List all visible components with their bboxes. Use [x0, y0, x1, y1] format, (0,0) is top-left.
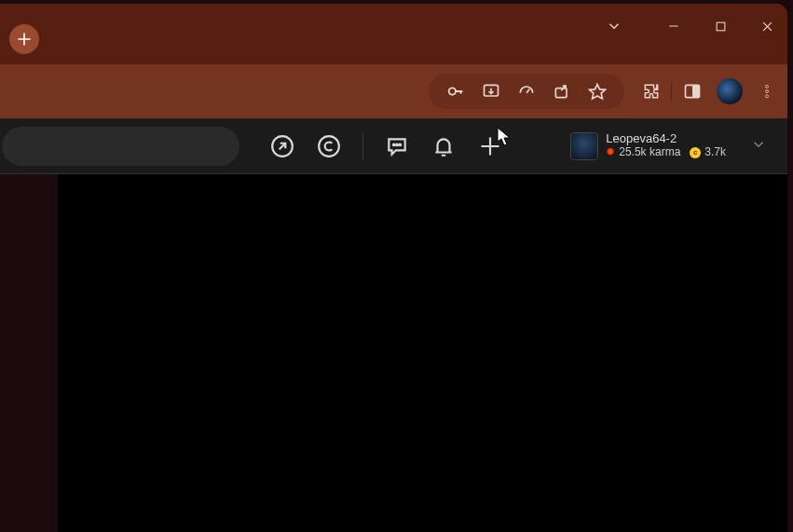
- panel-icon: [683, 82, 702, 101]
- coins-value: 3.7k: [704, 146, 726, 159]
- svg-point-20: [766, 95, 769, 98]
- key-icon: [445, 81, 466, 102]
- browser-toolbar: [0, 64, 787, 118]
- extensions-button[interactable]: [641, 81, 662, 102]
- puzzle-icon: [642, 82, 661, 101]
- user-stats: ✹ 25.5k karma c 3.7k: [606, 146, 726, 159]
- page-background: [0, 174, 787, 532]
- chevron-down-icon: [606, 18, 622, 34]
- star-icon: [588, 82, 607, 101]
- arrow-up-right-circle-icon: [270, 134, 294, 158]
- plus-icon: [16, 31, 33, 48]
- notifications-button[interactable]: [431, 133, 457, 159]
- chrome-menu-button[interactable]: [756, 80, 778, 102]
- dots-vertical-icon: [759, 83, 775, 100]
- chat-button[interactable]: [384, 133, 410, 159]
- close-button[interactable]: [754, 13, 780, 39]
- svg-line-11: [526, 89, 529, 93]
- toolbar-divider: [671, 81, 672, 102]
- svg-point-23: [319, 136, 339, 157]
- coin-icon: c: [690, 147, 701, 158]
- site-header: Leopeva64-2 ✹ 25.5k karma c 3.7k: [0, 118, 787, 174]
- plus-icon: [478, 134, 502, 158]
- maximize-icon: [715, 20, 727, 33]
- svg-point-26: [399, 143, 401, 145]
- maximize-button[interactable]: [707, 13, 733, 39]
- svg-marker-14: [590, 85, 606, 99]
- chevron-down-icon: [750, 136, 767, 153]
- chat-icon: [385, 134, 409, 158]
- gauge-icon: [517, 82, 536, 101]
- password-manager-button[interactable]: [445, 81, 466, 102]
- content-area: [58, 174, 787, 532]
- username-label: Leopeva64-2: [606, 132, 726, 146]
- user-expand-icon: [750, 136, 767, 157]
- popular-button[interactable]: [269, 133, 295, 159]
- install-icon: [482, 82, 500, 101]
- create-post-button[interactable]: [477, 133, 503, 159]
- svg-rect-3: [717, 22, 725, 31]
- side-panel-button[interactable]: [681, 80, 704, 102]
- minimize-button[interactable]: [661, 13, 687, 39]
- coin-button[interactable]: [316, 133, 342, 159]
- bell-icon: [431, 134, 456, 158]
- share-button[interactable]: [552, 81, 572, 102]
- close-icon: [760, 20, 774, 34]
- svg-point-6: [449, 88, 456, 94]
- svg-rect-17: [693, 85, 700, 97]
- karma-icon: ✹: [606, 146, 615, 159]
- user-avatar: [570, 132, 598, 160]
- performance-button[interactable]: [516, 81, 537, 102]
- svg-point-25: [396, 143, 398, 145]
- user-menu-button[interactable]: Leopeva64-2 ✹ 25.5k karma c 3.7k: [561, 129, 776, 164]
- svg-point-19: [766, 90, 769, 93]
- header-divider: [362, 132, 363, 160]
- minimize-icon: [667, 20, 680, 33]
- search-input[interactable]: [2, 127, 239, 166]
- profile-button[interactable]: [717, 78, 743, 104]
- new-tab-button[interactable]: [9, 24, 39, 54]
- svg-point-24: [393, 143, 395, 145]
- install-app-button[interactable]: [481, 81, 501, 102]
- tab-strip: [0, 4, 787, 64]
- address-bar-actions: [429, 74, 624, 109]
- svg-point-18: [766, 85, 769, 88]
- karma-value: 25.5k karma: [619, 146, 680, 159]
- coin-icon: [317, 134, 341, 158]
- tab-search-button[interactable]: [603, 15, 625, 37]
- bookmark-button[interactable]: [587, 81, 608, 102]
- share-icon: [553, 82, 571, 101]
